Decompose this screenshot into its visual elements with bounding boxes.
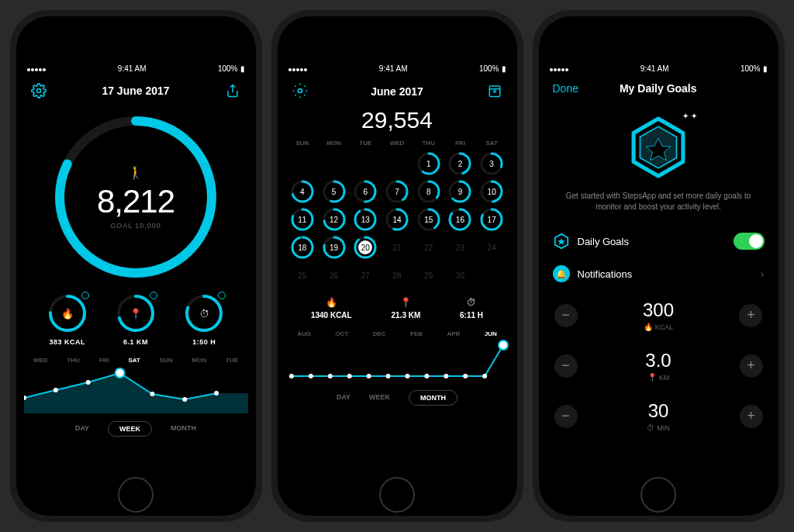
metric[interactable]: ⏱ 1:50 H (184, 293, 224, 346)
svg-point-62 (366, 374, 371, 378)
decrement-button[interactable]: − (554, 354, 578, 378)
svg-point-14 (182, 397, 187, 402)
phone-monthly: 9:41 AM 100%▮ June 2017 29,554 SUNMONTUE… (271, 10, 523, 522)
increment-button[interactable]: + (739, 304, 762, 327)
calendar-day-future: 22 (416, 235, 441, 260)
goal-unit: 🔥KCAL (643, 323, 674, 331)
calendar-day[interactable]: 1 (416, 151, 441, 176)
svg-point-13 (150, 392, 154, 396)
svg-point-65 (424, 374, 429, 378)
month-title: June 2017 (371, 84, 423, 98)
daily-goals-toggle[interactable] (734, 233, 765, 250)
svg-point-12 (115, 368, 124, 378)
goal-row: − 30 ⏱MIN + (542, 391, 775, 441)
steps-progress-ring: 🚶 8,212 GOAL 10,000 (50, 112, 221, 282)
month-label: APR (447, 330, 460, 337)
calendar-day[interactable]: 9 (447, 179, 472, 204)
decrement-button[interactable]: − (554, 304, 578, 327)
weekly-chart (19, 365, 253, 413)
day-label[interactable]: THU (67, 357, 79, 364)
increment-button[interactable]: + (740, 405, 763, 428)
month-stats: 🔥1340 KCAL📍21.3 KM⏱6:11 H (281, 288, 514, 324)
calendar-day[interactable]: 20 (353, 235, 378, 260)
svg-point-59 (308, 374, 312, 378)
increment-button[interactable]: + (740, 354, 763, 378)
daily-goals-label: Daily Goals (578, 236, 629, 247)
calendar-day[interactable]: 12 (322, 207, 347, 232)
range-selector[interactable]: DAYWEEKMONTH (281, 382, 514, 409)
done-button[interactable]: Done (553, 82, 578, 95)
svg-point-58 (288, 374, 293, 378)
goal-value: 3.0 (645, 350, 671, 371)
calendar-day[interactable]: 4 (290, 179, 315, 204)
calendar-day-future: 25 (290, 263, 315, 288)
calendar-day[interactable]: 5 (322, 179, 347, 204)
status-time: 9:41 AM (118, 64, 147, 73)
day-label[interactable]: FRI (99, 357, 109, 364)
weekday-label: SAT (476, 140, 508, 147)
calendar-day[interactable]: 17 (479, 207, 504, 232)
svg-point-11 (85, 380, 90, 385)
weekday-label: THU (413, 140, 444, 147)
weekday-label: FRI (444, 140, 476, 147)
day-label[interactable]: TUE (226, 357, 238, 364)
metric[interactable]: 📍 6.1 KM (116, 293, 156, 346)
goal-unit: ⏱MIN (647, 423, 670, 432)
calendar-day[interactable]: 15 (416, 207, 441, 232)
notifications-row[interactable]: 🔔 Notifications › (542, 257, 775, 290)
status-bar: 9:41 AM 100%▮ (19, 61, 253, 76)
range-option[interactable]: DAY (75, 421, 89, 437)
calendar-day[interactable]: 19 (322, 235, 347, 260)
calendar-day[interactable]: 8 (416, 179, 441, 204)
month-label: JUN (485, 330, 497, 337)
status-bar: 9:41 AM 100%▮ (281, 61, 514, 76)
range-option[interactable]: WEEK (108, 421, 152, 437)
calendar-day[interactable]: 3 (479, 151, 504, 176)
calendar-day[interactable]: 13 (353, 207, 378, 232)
calendar-add-icon[interactable] (486, 82, 503, 99)
share-icon[interactable] (224, 82, 241, 99)
svg-point-15 (214, 391, 219, 396)
calendar-day[interactable]: 7 (385, 179, 409, 204)
weekday-label: WED (381, 140, 413, 147)
svg-point-60 (327, 374, 332, 378)
hex-icon (553, 233, 570, 250)
month-total: 29,554 (281, 107, 514, 133)
decrement-button[interactable]: − (554, 405, 578, 428)
day-label[interactable]: WED (33, 357, 48, 364)
calendar-day[interactable]: 16 (447, 207, 472, 232)
svg-point-66 (444, 374, 448, 378)
calendar-day[interactable]: 10 (479, 179, 504, 204)
range-option[interactable]: DAY (337, 390, 350, 406)
calendar-day[interactable]: 14 (385, 207, 409, 232)
calendar-day[interactable]: 2 (447, 151, 472, 176)
calendar-day[interactable]: 11 (290, 207, 315, 232)
range-option[interactable]: WEEK (369, 390, 390, 406)
calendar-day[interactable]: 6 (353, 179, 378, 204)
settings-icon[interactable] (292, 82, 309, 99)
settings-icon[interactable] (30, 82, 47, 99)
steps-count: 8,212 (97, 183, 174, 220)
calendar-day-future: 30 (447, 263, 472, 288)
months-axis: AUGOCTDECFEBAPRJUN (281, 324, 514, 339)
calendar-grid[interactable]: 1 2 3 4 5 6 7 8 9 10 11 (281, 151, 514, 288)
day-label[interactable]: SAT (129, 357, 140, 364)
day-label[interactable]: SUN (160, 357, 173, 364)
metric[interactable]: 🔥 383 KCAL (47, 293, 88, 346)
phone-goals: 9:41 AM 100%▮ Done My Daily Goals ✦ ✦ Ge… (533, 10, 785, 522)
day-label[interactable]: MON (192, 357, 207, 364)
weekday-label: TUE (350, 140, 381, 147)
month-stat: 📍21.3 KM (391, 297, 420, 320)
range-option[interactable]: MONTH (171, 421, 196, 437)
daily-goals-row[interactable]: Daily Goals (542, 225, 775, 257)
goal-value: 300 (643, 299, 674, 321)
metric-label: 383 KCAL (49, 338, 85, 346)
chevron-right-icon: › (761, 268, 765, 280)
svg-point-0 (36, 89, 40, 93)
range-option[interactable]: MONTH (409, 390, 457, 406)
goals-badge: ✦ ✦ (626, 115, 691, 180)
range-selector[interactable]: DAYWEEKMONTH (19, 413, 253, 440)
goal-unit: 📍KM (645, 373, 671, 382)
calendar-day[interactable]: 18 (290, 235, 315, 260)
month-label: AUG (297, 330, 311, 337)
